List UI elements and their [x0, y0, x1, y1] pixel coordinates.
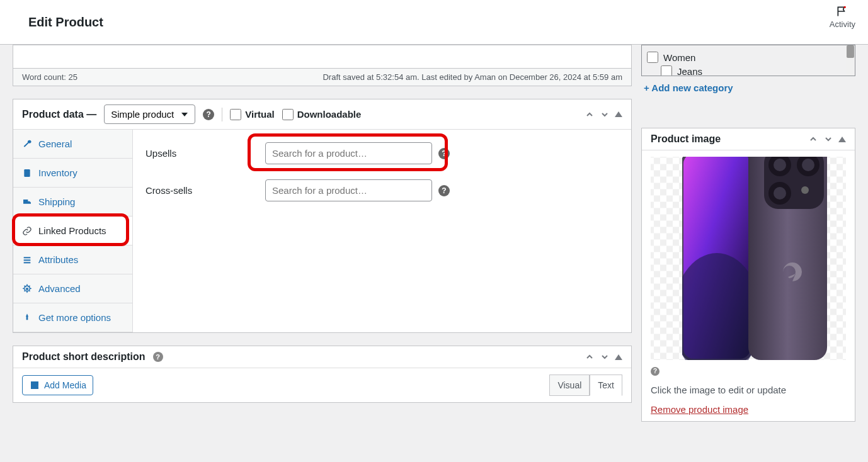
svg-rect-4: [24, 262, 31, 263]
svg-point-18: [801, 186, 809, 194]
svg-point-17: [774, 187, 786, 200]
editor-body[interactable]: [13, 45, 632, 68]
add-media-button[interactable]: Add Media: [22, 375, 93, 395]
editor-footer: Word count: 25 Draft saved at 5:32:54 am…: [13, 68, 632, 86]
list-icon: [22, 255, 32, 265]
page-header: Edit Product Activity: [0, 0, 868, 45]
highlight-linked-tab: [12, 213, 129, 246]
toggle-panel-icon[interactable]: [615, 354, 622, 360]
svg-point-0: [844, 6, 846, 8]
chevron-up-icon[interactable]: [585, 110, 595, 120]
tab-advanced[interactable]: Advanced: [13, 274, 132, 303]
svg-rect-1: [24, 169, 30, 177]
save-status: Draft saved at 5:32:54 am. Last edited b…: [323, 72, 622, 82]
product-type-select[interactable]: Simple product: [104, 104, 195, 124]
category-jeans[interactable]: Jeans: [647, 64, 850, 76]
remove-image-link[interactable]: Remove product image: [651, 404, 748, 415]
tab-attributes[interactable]: Attributes: [13, 245, 132, 274]
wrench-icon: [22, 139, 32, 149]
activity-button[interactable]: Activity: [830, 5, 855, 29]
visual-tab[interactable]: Visual: [549, 375, 590, 396]
short-desc-title: Product short description: [22, 351, 146, 363]
scrollbar[interactable]: [846, 45, 855, 76]
page-title: Edit Product: [28, 15, 103, 30]
tab-get-more[interactable]: Get more options: [13, 303, 132, 332]
product-image-title: Product image: [651, 133, 808, 145]
phone-image: [682, 157, 827, 360]
svg-point-5: [26, 288, 28, 290]
virtual-checkbox[interactable]: Virtual: [230, 109, 274, 120]
truck-icon: [22, 197, 32, 207]
gear-icon: [22, 284, 32, 294]
tab-inventory[interactable]: Inventory: [13, 159, 132, 188]
chevron-up-icon[interactable]: [808, 134, 818, 144]
help-icon[interactable]: ?: [153, 352, 163, 362]
product-image[interactable]: [651, 157, 846, 360]
crosssells-label: Cross-sells: [146, 185, 265, 196]
chevron-down-icon[interactable]: [823, 134, 833, 144]
help-icon[interactable]: ?: [203, 109, 214, 120]
tab-shipping[interactable]: Shipping: [13, 188, 132, 217]
product-image-panel: Product image: [641, 128, 855, 422]
chevron-up-icon[interactable]: [585, 352, 595, 362]
activity-label: Activity: [830, 20, 855, 29]
help-icon[interactable]: ?: [651, 367, 660, 376]
svg-point-13: [774, 159, 786, 171]
highlight-upsells: [248, 133, 448, 171]
image-note: Click the image to edit or update: [651, 376, 846, 404]
category-list[interactable]: Women Jeans: [641, 45, 855, 76]
product-data-title: Product data —: [22, 109, 96, 120]
downloadable-checkbox[interactable]: Downloadable: [282, 109, 362, 120]
flag-icon: [836, 5, 848, 18]
chevron-down-icon[interactable]: [600, 110, 610, 120]
text-tab[interactable]: Text: [590, 375, 622, 396]
svg-point-15: [802, 159, 814, 171]
media-icon: [29, 380, 40, 391]
pin-icon: [22, 313, 32, 323]
help-icon[interactable]: ?: [438, 185, 450, 196]
svg-rect-2: [24, 257, 31, 258]
short-description-panel: Product short description ? Add Media Vi…: [13, 346, 632, 403]
toggle-panel-icon[interactable]: [615, 111, 622, 117]
category-women[interactable]: Women: [647, 50, 850, 64]
product-data-panel: Product data — Simple product ? Virtual …: [13, 99, 632, 333]
chevron-down-icon[interactable]: [600, 352, 610, 362]
toggle-panel-icon[interactable]: [838, 137, 846, 142]
svg-rect-3: [24, 259, 31, 261]
word-count: Word count: 25: [22, 72, 77, 82]
clipboard-icon: [22, 168, 32, 178]
crosssells-search-input[interactable]: [265, 179, 432, 201]
tab-general[interactable]: General: [13, 130, 132, 159]
add-category-link[interactable]: + Add new category: [641, 76, 855, 93]
